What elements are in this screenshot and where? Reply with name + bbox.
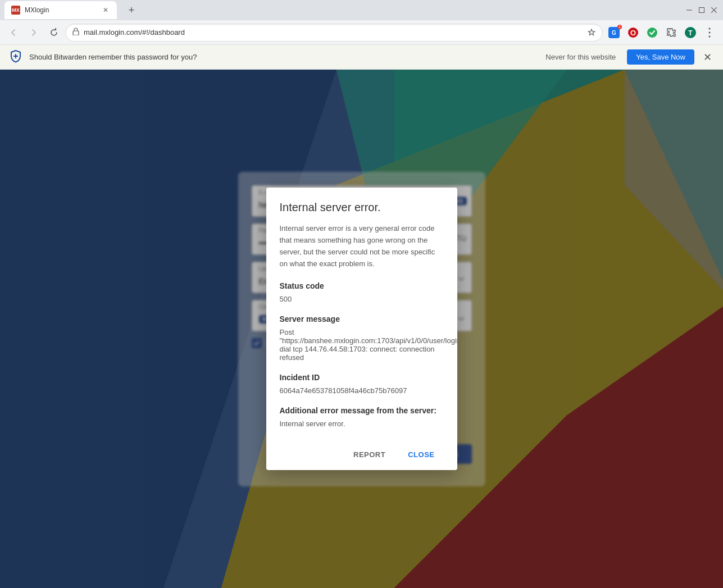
user-avatar[interactable]: T [681, 24, 699, 42]
incident-id-label: Incident ID [280, 373, 444, 382]
window-controls [685, 6, 719, 15]
menu-button[interactable] [701, 24, 719, 42]
page-content: E-mail a... hello@ MX Passwo... ••••••••… [0, 70, 723, 588]
address-bar[interactable]: mail.mxlogin.com/#!/dashboard [65, 24, 603, 42]
incident-id-value: 6064a74e653781058f4a46cb75b76097 [280, 386, 444, 395]
svg-rect-4 [73, 31, 79, 35]
modal-title: Internal server error. [280, 201, 444, 214]
star-icon[interactable] [588, 29, 595, 37]
never-for-website-button[interactable]: Never for this website [541, 51, 620, 63]
yes-save-now-button[interactable]: Yes, Save Now [627, 49, 694, 65]
maximize-button[interactable] [697, 6, 706, 15]
profile-icon[interactable]: G 1 [605, 24, 623, 42]
toolbar-icons: G 1 O T [605, 24, 719, 42]
svg-text:G: G [612, 30, 616, 36]
opera-icon[interactable]: O [624, 24, 642, 42]
bitwarden-close-button[interactable]: ✕ [701, 49, 714, 66]
report-button[interactable]: REPORT [344, 446, 394, 463]
modal-overlay: Internal server error. Internal server e… [0, 70, 723, 588]
tab-title: MXlogin [25, 6, 97, 14]
svg-rect-1 [699, 8, 704, 13]
browser-frame: MX MXlogin ✕ + [0, 0, 723, 588]
close-button[interactable] [710, 6, 719, 15]
tab-close-button[interactable]: ✕ [101, 6, 110, 15]
bitwarden-bar: Should Bitwarden remember this password … [0, 45, 723, 70]
lock-icon [72, 28, 79, 37]
bitwarden-shield-icon [9, 49, 22, 65]
forward-button[interactable] [25, 24, 43, 42]
status-code-label: Status code [280, 281, 444, 290]
address-text: mail.mxlogin.com/#!/dashboard [84, 28, 583, 37]
toolbar: mail.mxlogin.com/#!/dashboard G 1 O [0, 20, 723, 45]
modal-footer: REPORT CLOSE [266, 439, 457, 470]
svg-rect-0 [686, 10, 692, 11]
close-modal-button[interactable]: CLOSE [399, 446, 443, 463]
extensions-button[interactable] [662, 24, 680, 42]
modal-body: Internal server error. Internal server e… [266, 188, 457, 439]
extension-icon[interactable] [643, 24, 661, 42]
status-code-value: 500 [280, 295, 444, 303]
svg-text:O: O [630, 29, 636, 37]
modal-description: Internal server error is a very general … [280, 223, 444, 270]
svg-point-13 [709, 31, 711, 33]
server-message-value: Post "https://banshee.mxlogin.com:1703/a… [280, 328, 444, 362]
svg-point-9 [647, 28, 657, 38]
error-modal: Internal server error. Internal server e… [266, 188, 457, 470]
svg-point-14 [709, 35, 711, 37]
tab-favicon: MX [11, 6, 20, 15]
additional-error-value: Internal server error. [280, 420, 444, 428]
bitwarden-prompt: Should Bitwarden remember this password … [29, 53, 534, 61]
active-tab[interactable]: MX MXlogin ✕ [4, 1, 117, 19]
svg-point-12 [709, 28, 711, 29]
reload-button[interactable] [45, 24, 63, 42]
svg-text:T: T [688, 29, 693, 37]
server-message-label: Server message [280, 314, 444, 323]
additional-error-label: Additional error message from the server… [280, 406, 444, 415]
new-tab-button[interactable]: + [124, 2, 139, 18]
back-button[interactable] [4, 24, 22, 42]
title-bar: MX MXlogin ✕ + [0, 0, 723, 20]
minimize-button[interactable] [685, 6, 694, 15]
